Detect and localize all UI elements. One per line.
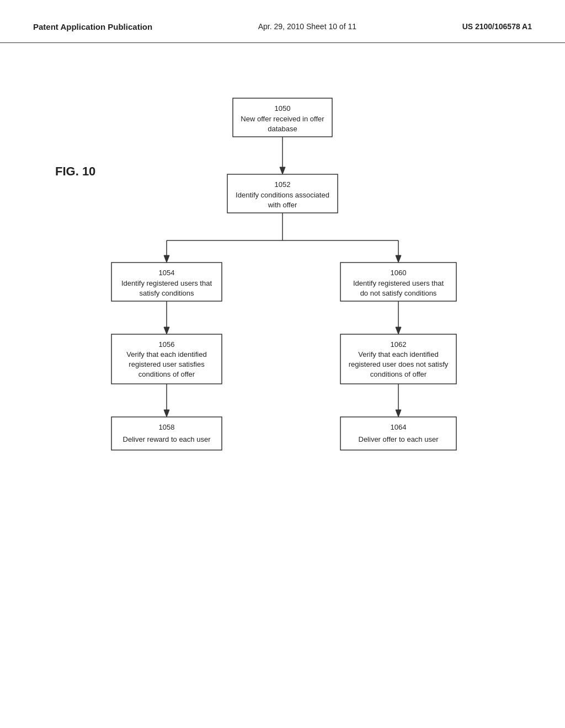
node-1054-id: 1054 — [159, 269, 175, 277]
node-1058-line2: Deliver reward to each user — [123, 435, 211, 443]
node-1050-id: 1050 — [275, 104, 291, 113]
node-1058-id: 1058 — [159, 423, 175, 431]
node-1054-line2: Identify registered users that — [121, 279, 212, 287]
header-date-sheet: Apr. 29, 2010 Sheet 10 of 11 — [258, 22, 356, 31]
node-1052-id: 1052 — [275, 180, 291, 189]
node-1062-line2: Verify that each identified — [358, 350, 438, 358]
node-1060-line3: do not satisfy conditions — [360, 289, 437, 297]
node-1056-id: 1056 — [159, 340, 175, 349]
diagram-area: FIG. 10 1050 New offer received in offer… — [0, 43, 565, 595]
fig-label: FIG. 10 — [55, 164, 95, 179]
header-patent-number: US 2100/106578 A1 — [462, 22, 532, 31]
box-1058 — [111, 417, 222, 450]
node-1056-line4: conditions of offer — [138, 370, 195, 378]
arrow-1050-1052 — [280, 167, 285, 174]
node-1050-line2: New offer received in offer — [241, 115, 324, 123]
arrow-1052-1054 — [164, 255, 169, 263]
box-1064 — [340, 417, 456, 450]
node-1050-line3: database — [268, 125, 297, 133]
flow-diagram: 1050 New offer received in offer databas… — [56, 87, 509, 584]
node-1062-line4: conditions of offer — [370, 370, 427, 378]
node-1060-line2: Identify registered users that — [353, 279, 444, 287]
node-1064-id: 1064 — [391, 423, 407, 431]
arrow-1052-1060 — [396, 255, 401, 263]
node-1052-line3: with offer — [268, 201, 297, 209]
node-1062-line3: registered user does not satisfy — [349, 360, 449, 368]
page: Patent Application Publication Apr. 29, … — [0, 0, 565, 728]
node-1056-line2: Verify that each identified — [126, 350, 206, 358]
node-1056-line3: registered user satisfies — [129, 360, 205, 368]
node-1054-line3: satisfy conditions — [140, 289, 194, 297]
arrow-1060-1062 — [396, 327, 401, 334]
header-publication-label: Patent Application Publication — [33, 22, 152, 31]
node-1052-line2: Identify conditions associated — [236, 191, 329, 199]
arrow-1054-1056 — [164, 327, 169, 334]
page-header: Patent Application Publication Apr. 29, … — [0, 0, 565, 43]
node-1062-id: 1062 — [391, 340, 407, 349]
arrow-1056-1058 — [164, 410, 169, 417]
arrow-1062-1064 — [396, 410, 401, 417]
node-1064-line2: Deliver offer to each user — [359, 435, 439, 443]
node-1060-id: 1060 — [391, 269, 407, 277]
